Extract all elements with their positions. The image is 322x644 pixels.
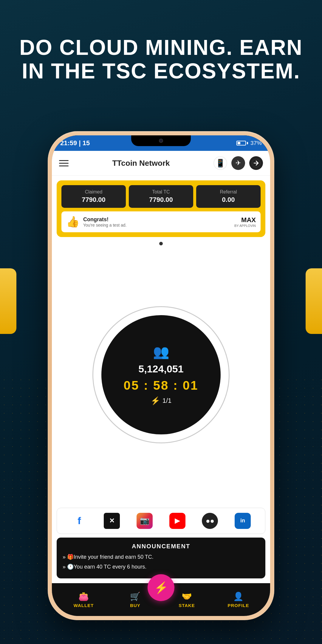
battery-fill [238, 142, 240, 144]
boost-icon: ⚡ [151, 396, 160, 405]
stats-banner: Claimed 7790.00 Total TC 7790.00 Referra… [57, 180, 265, 237]
announcement-section: ANNOUNCEMENT » 🎁Invite your friend and e… [57, 538, 265, 578]
mining-timer: 05 : 58 : 01 [124, 378, 199, 393]
battery-tip [247, 142, 248, 144]
stats-row: Claimed 7790.00 Total TC 7790.00 Referra… [61, 185, 261, 208]
phone-inner: 21:59 | 15 37% [52, 135, 270, 616]
total-stat: Total TC 7790.00 [129, 185, 193, 208]
bottom-nav: 👛 WALLET 🛒 BUY ⚡ 🤝 STAKE [52, 583, 270, 616]
nav-profile[interactable]: 👤 PROFILE [213, 592, 264, 608]
dot-indicator [159, 242, 163, 245]
ad-banner[interactable]: 👍 Congrats! You're seeing a test ad. MAX… [61, 211, 261, 232]
status-time: 21:59 | 15 [60, 139, 90, 147]
wallet-label: WALLET [74, 603, 94, 608]
top-nav: TTcoin Network 📱 ✈ [52, 151, 270, 176]
nav-icons: 📱 ✈ [213, 156, 263, 170]
announcement-item-1: » 🎁Invite your friend and earn 50 TC. [63, 553, 259, 561]
ad-icon: 👍 [66, 216, 80, 228]
referral-stat: Referral 0.00 [196, 185, 261, 208]
hero-line2: IN THE TSC ECOSYSTEM. [18, 59, 304, 83]
phone-outer: 21:59 | 15 37% [48, 131, 274, 620]
notch [131, 135, 191, 146]
x-icon[interactable]: ✕ [104, 513, 120, 529]
mining-circle-outer[interactable]: 👥 5,124,051 05 : 58 : 01 ⚡ 1/1 [92, 306, 230, 443]
referral-label: Referral [199, 189, 258, 195]
claimed-stat: Claimed 7790.00 [61, 185, 126, 208]
instagram-icon[interactable]: 📷 [137, 513, 153, 529]
mining-section: 👥 5,124,051 05 : 58 : 01 ⚡ 1/1 [52, 242, 270, 508]
status-right: 37% [236, 140, 262, 146]
mining-users-count: 5,124,051 [138, 363, 183, 375]
stake-label: STAKE [179, 603, 195, 608]
camera-dot [159, 139, 163, 143]
announcement-title: ANNOUNCEMENT [63, 543, 259, 550]
ttcoin-icon[interactable] [249, 156, 263, 170]
users-icon: 👥 [153, 344, 169, 360]
claimed-value: 7790.00 [64, 196, 123, 204]
hero-text: DO CLOUD MINING. EARN IN THE TSC ECOSYST… [18, 36, 304, 83]
stake-icon: 🤝 [182, 592, 192, 601]
ad-subtitle: You're seeing a test ad. [83, 223, 231, 227]
social-section: f ✕ 📷 ▶ ●● in [57, 508, 265, 534]
wallet-icon: 👛 [78, 592, 89, 601]
medium-icon[interactable]: ●● [202, 513, 218, 529]
profile-icon: 👤 [233, 592, 244, 601]
side-button-left [0, 268, 16, 334]
battery-icon [236, 141, 248, 145]
mining-boost: ⚡ 1/1 [151, 396, 172, 405]
profile-label: PROFILE [227, 603, 249, 608]
fab-icon: ⚡ [154, 581, 168, 594]
battery-body [236, 141, 246, 145]
referral-value: 0.00 [199, 196, 258, 204]
ad-brand: MAX BY APPLOVIN [234, 216, 256, 227]
nav-wallet[interactable]: 👛 WALLET [58, 592, 109, 608]
linkedin-icon[interactable]: in [235, 513, 251, 529]
battery-percent: 37% [250, 140, 262, 146]
app-screen: TTcoin Network 📱 ✈ [52, 151, 270, 616]
buy-icon: 🛒 [130, 592, 140, 601]
boost-value: 1/1 [162, 397, 172, 405]
ad-text: Congrats! You're seeing a test ad. [83, 216, 231, 227]
side-button-right [306, 268, 322, 334]
app-title: TTcoin Network [112, 159, 170, 168]
claimed-label: Claimed [64, 189, 123, 195]
phone-frame: 21:59 | 15 37% [48, 131, 274, 620]
telegram-icon[interactable]: ✈ [231, 156, 245, 170]
facebook-icon[interactable]: f [71, 513, 87, 529]
hero-line1: DO CLOUD MINING. EARN [18, 36, 304, 59]
ad-title: Congrats! [83, 216, 231, 223]
mining-circle-inner: 👥 5,124,051 05 : 58 : 01 ⚡ 1/1 [101, 315, 221, 434]
announcement-item-2: » 🕐You earn 40 TC every 6 hours. [63, 563, 259, 571]
whatsapp-icon[interactable]: 📱 [213, 156, 227, 170]
youtube-icon[interactable]: ▶ [169, 513, 185, 529]
hamburger-button[interactable] [59, 160, 69, 166]
center-fab-button[interactable]: ⚡ [148, 574, 174, 601]
buy-label: BUY [130, 603, 140, 608]
total-label: Total TC [132, 189, 190, 195]
status-bar: 21:59 | 15 37% [52, 135, 270, 151]
total-value: 7790.00 [132, 196, 190, 204]
